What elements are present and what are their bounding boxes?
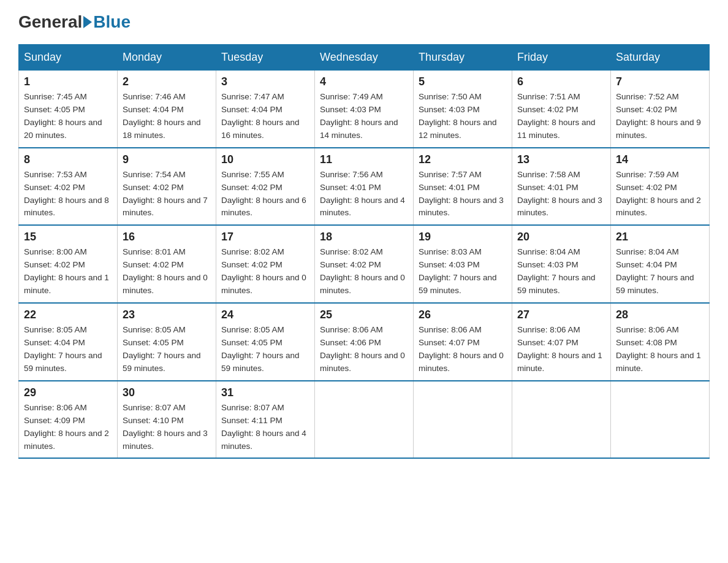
calendar-day-cell: 7 Sunrise: 7:52 AMSunset: 4:02 PMDayligh… — [611, 71, 710, 148]
calendar-day-cell — [512, 381, 611, 459]
calendar-day-cell: 13 Sunrise: 7:58 AMSunset: 4:01 PMDaylig… — [512, 148, 611, 226]
logo: General Blue — [18, 12, 131, 32]
day-number: 3 — [221, 75, 309, 88]
logo-general-text: General — [18, 12, 82, 32]
day-number: 30 — [123, 386, 211, 399]
header-thursday: Thursday — [414, 45, 512, 71]
day-number: 18 — [320, 231, 408, 243]
header-wednesday: Wednesday — [315, 45, 414, 71]
calendar-day-cell: 12 Sunrise: 7:57 AMSunset: 4:01 PMDaylig… — [414, 148, 512, 226]
day-info: Sunrise: 8:02 AMSunset: 4:02 PMDaylight:… — [221, 247, 306, 295]
calendar-day-cell: 31 Sunrise: 8:07 AMSunset: 4:11 PMDaylig… — [216, 381, 315, 459]
day-info: Sunrise: 7:47 AMSunset: 4:04 PMDaylight:… — [221, 92, 300, 140]
calendar-day-cell: 5 Sunrise: 7:50 AMSunset: 4:03 PMDayligh… — [414, 71, 512, 148]
day-info: Sunrise: 7:50 AMSunset: 4:03 PMDaylight:… — [419, 92, 497, 140]
calendar-day-cell — [611, 381, 710, 459]
day-info: Sunrise: 7:49 AMSunset: 4:03 PMDaylight:… — [320, 92, 398, 140]
calendar-day-cell — [414, 381, 512, 459]
calendar-day-cell: 24 Sunrise: 8:05 AMSunset: 4:05 PMDaylig… — [216, 303, 315, 381]
day-info: Sunrise: 8:00 AMSunset: 4:02 PMDaylight:… — [24, 247, 109, 295]
header-saturday: Saturday — [611, 45, 710, 71]
calendar-day-cell: 6 Sunrise: 7:51 AMSunset: 4:02 PMDayligh… — [512, 71, 611, 148]
day-number: 9 — [123, 153, 211, 166]
day-info: Sunrise: 7:53 AMSunset: 4:02 PMDaylight:… — [24, 170, 109, 218]
calendar-table: Sunday Monday Tuesday Wednesday Thursday… — [18, 44, 710, 459]
day-info: Sunrise: 8:05 AMSunset: 4:05 PMDaylight:… — [221, 325, 300, 373]
calendar-day-cell: 9 Sunrise: 7:54 AMSunset: 4:02 PMDayligh… — [118, 148, 216, 226]
day-number: 26 — [419, 308, 507, 321]
calendar-day-cell: 3 Sunrise: 7:47 AMSunset: 4:04 PMDayligh… — [216, 71, 315, 148]
calendar-day-cell: 8 Sunrise: 7:53 AMSunset: 4:02 PMDayligh… — [19, 148, 118, 226]
day-info: Sunrise: 8:03 AMSunset: 4:03 PMDaylight:… — [419, 247, 497, 295]
page-header: General Blue — [18, 12, 710, 32]
day-info: Sunrise: 7:46 AMSunset: 4:04 PMDaylight:… — [123, 92, 201, 140]
calendar-day-cell: 25 Sunrise: 8:06 AMSunset: 4:06 PMDaylig… — [315, 303, 414, 381]
day-number: 8 — [24, 153, 112, 166]
day-info: Sunrise: 8:06 AMSunset: 4:06 PMDaylight:… — [320, 325, 405, 373]
logo-arrow-icon — [83, 16, 92, 28]
day-info: Sunrise: 7:52 AMSunset: 4:02 PMDaylight:… — [616, 92, 701, 140]
day-info: Sunrise: 8:04 AMSunset: 4:03 PMDaylight:… — [517, 247, 596, 295]
calendar-day-cell: 16 Sunrise: 8:01 AMSunset: 4:02 PMDaylig… — [118, 225, 216, 303]
day-info: Sunrise: 7:57 AMSunset: 4:01 PMDaylight:… — [419, 170, 504, 218]
day-number: 20 — [517, 231, 605, 243]
day-number: 2 — [123, 75, 211, 88]
calendar-week-row: 1 Sunrise: 7:45 AMSunset: 4:05 PMDayligh… — [19, 71, 710, 148]
calendar-day-cell: 1 Sunrise: 7:45 AMSunset: 4:05 PMDayligh… — [19, 71, 118, 148]
calendar-week-row: 22 Sunrise: 8:05 AMSunset: 4:04 PMDaylig… — [19, 303, 710, 381]
day-number: 28 — [616, 308, 704, 321]
day-info: Sunrise: 8:07 AMSunset: 4:11 PMDaylight:… — [221, 403, 306, 451]
calendar-week-row: 15 Sunrise: 8:00 AMSunset: 4:02 PMDaylig… — [19, 225, 710, 303]
day-info: Sunrise: 7:54 AMSunset: 4:02 PMDaylight:… — [123, 170, 208, 218]
day-info: Sunrise: 8:06 AMSunset: 4:07 PMDaylight:… — [517, 325, 602, 373]
day-number: 29 — [24, 386, 112, 399]
header-tuesday: Tuesday — [216, 45, 315, 71]
day-number: 16 — [123, 231, 211, 243]
day-info: Sunrise: 7:45 AMSunset: 4:05 PMDaylight:… — [24, 92, 102, 140]
calendar-day-cell: 20 Sunrise: 8:04 AMSunset: 4:03 PMDaylig… — [512, 225, 611, 303]
calendar-day-cell: 11 Sunrise: 7:56 AMSunset: 4:01 PMDaylig… — [315, 148, 414, 226]
day-number: 7 — [616, 75, 704, 88]
calendar-week-row: 8 Sunrise: 7:53 AMSunset: 4:02 PMDayligh… — [19, 148, 710, 226]
day-number: 1 — [24, 75, 112, 88]
day-number: 19 — [419, 231, 507, 243]
calendar-day-cell: 22 Sunrise: 8:05 AMSunset: 4:04 PMDaylig… — [19, 303, 118, 381]
day-number: 21 — [616, 231, 704, 243]
calendar-day-cell: 27 Sunrise: 8:06 AMSunset: 4:07 PMDaylig… — [512, 303, 611, 381]
day-number: 17 — [221, 231, 309, 243]
day-number: 27 — [517, 308, 605, 321]
header-friday: Friday — [512, 45, 611, 71]
calendar-day-cell: 17 Sunrise: 8:02 AMSunset: 4:02 PMDaylig… — [216, 225, 315, 303]
day-number: 24 — [221, 308, 309, 321]
day-info: Sunrise: 7:58 AMSunset: 4:01 PMDaylight:… — [517, 170, 602, 218]
calendar-day-cell: 29 Sunrise: 8:06 AMSunset: 4:09 PMDaylig… — [19, 381, 118, 459]
calendar-day-cell: 19 Sunrise: 8:03 AMSunset: 4:03 PMDaylig… — [414, 225, 512, 303]
header-monday: Monday — [118, 45, 216, 71]
day-number: 10 — [221, 153, 309, 166]
day-info: Sunrise: 8:06 AMSunset: 4:09 PMDaylight:… — [24, 403, 109, 451]
day-info: Sunrise: 8:02 AMSunset: 4:02 PMDaylight:… — [320, 247, 405, 295]
day-info: Sunrise: 7:55 AMSunset: 4:02 PMDaylight:… — [221, 170, 306, 218]
calendar-day-cell — [315, 381, 414, 459]
calendar-day-cell: 23 Sunrise: 8:05 AMSunset: 4:05 PMDaylig… — [118, 303, 216, 381]
weekday-header-row: Sunday Monday Tuesday Wednesday Thursday… — [19, 45, 710, 71]
day-number: 25 — [320, 308, 408, 321]
day-number: 13 — [517, 153, 605, 166]
day-number: 4 — [320, 75, 408, 88]
day-info: Sunrise: 8:05 AMSunset: 4:05 PMDaylight:… — [123, 325, 201, 373]
day-number: 31 — [221, 386, 309, 399]
logo-blue-text: Blue — [93, 12, 131, 32]
day-number: 15 — [24, 231, 112, 243]
day-number: 12 — [419, 153, 507, 166]
day-number: 14 — [616, 153, 704, 166]
calendar-day-cell: 28 Sunrise: 8:06 AMSunset: 4:08 PMDaylig… — [611, 303, 710, 381]
day-number: 23 — [123, 308, 211, 321]
day-number: 6 — [517, 75, 605, 88]
calendar-day-cell: 10 Sunrise: 7:55 AMSunset: 4:02 PMDaylig… — [216, 148, 315, 226]
calendar-week-row: 29 Sunrise: 8:06 AMSunset: 4:09 PMDaylig… — [19, 381, 710, 459]
day-info: Sunrise: 7:56 AMSunset: 4:01 PMDaylight:… — [320, 170, 405, 218]
day-info: Sunrise: 7:51 AMSunset: 4:02 PMDaylight:… — [517, 92, 596, 140]
calendar-day-cell: 4 Sunrise: 7:49 AMSunset: 4:03 PMDayligh… — [315, 71, 414, 148]
calendar-day-cell: 30 Sunrise: 8:07 AMSunset: 4:10 PMDaylig… — [118, 381, 216, 459]
day-info: Sunrise: 8:07 AMSunset: 4:10 PMDaylight:… — [123, 403, 208, 451]
